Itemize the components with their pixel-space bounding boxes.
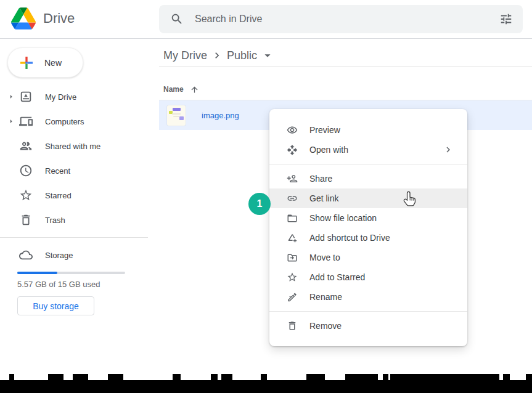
menu-item-label: Get link: [309, 193, 454, 203]
menu-item-add-shortcut-to-drive[interactable]: Add shortcut to Drive: [269, 228, 467, 248]
menu-item-add-to-starred[interactable]: Add to Starred: [269, 267, 467, 287]
breadcrumb-root[interactable]: My Drive: [163, 49, 207, 62]
menu-item-label: Show file location: [309, 213, 454, 223]
my-drive-icon: [19, 90, 33, 103]
folder-move-icon: [287, 252, 298, 263]
menu-item-label: Share: [309, 174, 454, 184]
arrow-drop-down-icon[interactable]: [261, 49, 274, 62]
eye-icon: [287, 124, 298, 136]
sidebar-item-label: Shared with me: [45, 142, 100, 151]
sidebar-item-recent[interactable]: Recent: [0, 158, 159, 183]
sidebar-item-shared-with-me[interactable]: Shared with me: [0, 134, 159, 158]
menu-item-label: Move to: [309, 253, 454, 262]
plus-multicolor-icon: [17, 54, 36, 72]
submenu-chevron-icon: [443, 144, 454, 155]
star-icon: [287, 272, 298, 283]
sidebar-item-storage[interactable]: Storage: [0, 243, 159, 267]
expand-caret-icon[interactable]: [7, 116, 15, 126]
menu-item-rename[interactable]: Rename: [269, 287, 467, 307]
menu-item-label: Add shortcut to Drive: [309, 233, 454, 243]
new-button-label: New: [44, 58, 62, 68]
menu-item-move-to[interactable]: Move to: [269, 248, 467, 267]
trash-icon: [19, 213, 33, 227]
sidebar-item-my-drive[interactable]: My Drive: [0, 84, 159, 109]
menu-item-label: Remove: [309, 321, 454, 331]
google-drive-window: Drive New: [0, 0, 532, 393]
menu-divider: [269, 311, 467, 312]
pencil-icon: [287, 291, 298, 302]
storage-label: Storage: [45, 251, 73, 260]
name-header-label: Name: [163, 85, 184, 94]
tune-icon[interactable]: [499, 12, 513, 26]
file-name: image.png: [202, 111, 239, 120]
menu-item-share[interactable]: Share: [269, 169, 467, 188]
open-with-icon: [287, 144, 298, 155]
storage-progress-fill: [17, 272, 57, 274]
buy-storage-button[interactable]: Buy storage: [17, 296, 94, 315]
sidebar-item-computers[interactable]: Computers: [0, 109, 159, 134]
file-thumbnail: [167, 105, 186, 126]
menu-item-remove[interactable]: Remove: [269, 316, 467, 336]
chevron-right-icon: [211, 49, 223, 62]
breadcrumb: My Drive Public: [163, 44, 274, 67]
search-input[interactable]: [194, 13, 499, 25]
menu-item-get-link[interactable]: Get link: [269, 188, 467, 208]
drive-add-icon: [287, 232, 298, 243]
menu-item-preview[interactable]: Preview: [269, 120, 467, 140]
drive-logo-area[interactable]: Drive: [11, 7, 75, 30]
menu-item-label: Rename: [309, 292, 454, 302]
person-add-icon: [287, 173, 298, 184]
clock-icon: [19, 164, 33, 177]
link-icon: [287, 193, 298, 204]
sidebar-item-label: Computers: [45, 117, 84, 126]
sidebar-divider: [0, 237, 148, 238]
menu-item-open-with[interactable]: Open with: [269, 140, 467, 160]
menu-item-show-file-location[interactable]: Show file location: [269, 208, 467, 228]
devices-icon: [19, 115, 33, 128]
expand-caret-icon[interactable]: [7, 92, 15, 102]
storage-progress-bar: [17, 272, 125, 274]
app-name: Drive: [43, 10, 75, 26]
sidebar-item-trash[interactable]: Trash: [0, 208, 159, 232]
sidebar-item-label: My Drive: [45, 92, 76, 102]
column-header-name[interactable]: Name: [163, 79, 199, 100]
sidebar-item-label: Trash: [45, 216, 65, 225]
sidebar-item-starred[interactable]: Starred: [0, 183, 159, 208]
star-icon: [19, 188, 33, 202]
arrow-up-icon: [190, 85, 199, 94]
folder-icon: [287, 213, 298, 224]
step-annotation-badge: 1: [248, 193, 271, 215]
menu-divider: [269, 164, 467, 164]
context-menu: Preview Open with Share Get link Show fi…: [269, 109, 467, 346]
sidebar-item-label: Starred: [45, 191, 72, 200]
new-button[interactable]: New: [7, 47, 83, 78]
storage-usage-text: 5.57 GB of 15 GB used: [17, 280, 100, 289]
app-header: Drive: [0, 0, 532, 39]
breadcrumb-current[interactable]: Public: [227, 49, 257, 62]
search-icon: [170, 12, 184, 26]
breadcrumb-divider: [159, 67, 532, 67]
menu-item-label: Open with: [309, 145, 443, 155]
sidebar-item-label: Recent: [45, 166, 70, 176]
trash-icon: [287, 320, 298, 331]
cloud-icon: [19, 248, 33, 262]
menu-item-label: Add to Starred: [309, 272, 454, 282]
sidebar-nav: My Drive Computers Shared with me Recent: [0, 84, 159, 232]
search-bar[interactable]: [159, 5, 523, 33]
people-icon: [19, 139, 33, 153]
drive-logo-icon: [11, 7, 36, 30]
menu-item-label: Preview: [309, 125, 454, 135]
